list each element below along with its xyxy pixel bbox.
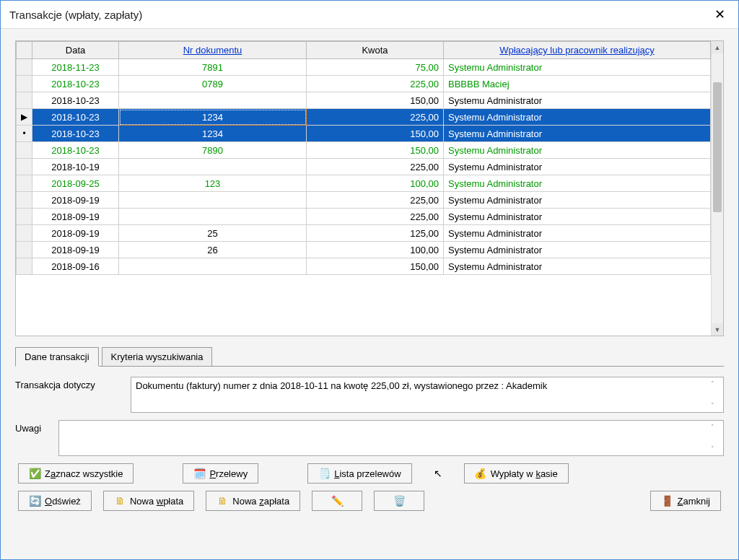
table-row[interactable]: 2018-09-19225,00Systemu Administrator (17, 192, 711, 209)
transfers-button[interactable]: 🗓️ Przelewy (183, 463, 258, 484)
table-row[interactable]: 2018-10-237890150,00Systemu Administrato… (17, 142, 711, 159)
spin-down-icon[interactable]: ˅ (707, 445, 719, 452)
row-indicator (17, 209, 32, 225)
cell-date: 2018-09-19 (32, 192, 119, 209)
grid-header-row: Data Nr dokumentu Kwota Wpłacający lub p… (17, 42, 711, 59)
grid-header-indicator (17, 42, 32, 59)
cell-date: 2018-10-23 (32, 142, 119, 159)
cell-amount: 100,00 (307, 175, 444, 192)
cell-payer: Systemu Administrator (444, 92, 711, 109)
grid-header-date[interactable]: Data (32, 42, 119, 59)
cell-amount: 225,00 (307, 159, 444, 175)
door-icon: 🚪 (661, 495, 673, 507)
cell-doc: 0789 (119, 76, 307, 92)
table-row[interactable]: 2018-10-230789225,00BBBBB Maciej (17, 76, 711, 92)
cell-payer: Systemu Administrator (444, 175, 711, 192)
cell-payer: Systemu Administrator (444, 142, 711, 159)
spin-down-icon[interactable]: ˅ (707, 402, 719, 409)
table-row[interactable]: 2018-10-19225,00Systemu Administrator (17, 159, 711, 175)
cell-date: 2018-10-23 (32, 76, 119, 92)
cell-payer: Systemu Administrator (444, 109, 711, 126)
cell-date: 2018-11-23 (32, 59, 119, 76)
scroll-thumb[interactable] (713, 82, 722, 212)
trash-icon: 🗑️ (393, 495, 405, 507)
cursor-icon: ↖ (432, 468, 444, 479)
grid-header-doc[interactable]: Nr dokumentu (119, 42, 307, 59)
table-row[interactable]: ▶2018-10-231234225,00Systemu Administrat… (17, 109, 711, 126)
tab-dane-transakcji[interactable]: Dane transakcji (15, 347, 99, 367)
cash-payouts-button[interactable]: 💰 Wypłaty w kasie (464, 463, 569, 484)
cell-amount: 150,00 (307, 126, 444, 142)
field-dotyczy[interactable]: Dokumentu (faktury) numer z dnia 2018-10… (131, 377, 724, 413)
grid-scrollbar[interactable]: ▲ ▼ (711, 41, 723, 336)
cell-doc (119, 209, 307, 225)
row-indicator: ▶ (17, 109, 32, 126)
table-row[interactable]: 2018-09-16150,00Systemu Administrator (17, 258, 711, 275)
cell-payer: Systemu Administrator (444, 126, 711, 142)
calendar-icon: 🗓️ (193, 468, 205, 479)
cell-doc: 7890 (119, 142, 307, 159)
table-row[interactable]: 2018-09-25123100,00Systemu Administrator (17, 175, 711, 192)
cell-date: 2018-09-25 (32, 175, 119, 192)
row-indicator (17, 225, 32, 242)
cell-amount: 125,00 (307, 225, 444, 242)
grid-header-payer[interactable]: Wpłacający lub pracownik realizujący (444, 42, 711, 59)
cell-doc: 1234 (119, 126, 307, 142)
table-row[interactable]: 2018-09-1926100,00Systemu Administrator (17, 242, 711, 258)
cell-payer: Systemu Administrator (444, 242, 711, 258)
row-indicator (17, 175, 32, 192)
tab-kryteria[interactable]: Kryteria wyszukiwania (102, 347, 213, 367)
grid-header-amount[interactable]: Kwota (307, 42, 444, 59)
field-uwagi[interactable]: ˄ ˅ (58, 420, 724, 456)
cell-date: 2018-09-19 (32, 225, 119, 242)
table-row[interactable]: 2018-09-1925125,00Systemu Administrator (17, 225, 711, 242)
row-indicator (17, 76, 32, 92)
new-doc-icon: 🗎 (217, 495, 228, 507)
content-area: Data Nr dokumentu Kwota Wpłacający lub p… (1, 29, 738, 559)
delete-button[interactable]: 🗑️ (374, 491, 424, 511)
cell-amount: 150,00 (307, 142, 444, 159)
cell-amount: 225,00 (307, 209, 444, 225)
cell-doc: 7891 (119, 59, 307, 76)
cell-amount: 150,00 (307, 92, 444, 109)
transfers-list-button[interactable]: 🗒️ Lista przelewów (307, 463, 412, 484)
cell-date: 2018-10-23 (32, 92, 119, 109)
cell-payer: Systemu Administrator (444, 159, 711, 175)
cell-doc: 123 (119, 175, 307, 192)
table-row[interactable]: 2018-10-23150,00Systemu Administrator (17, 92, 711, 109)
spin-up-icon[interactable]: ˄ (707, 380, 719, 388)
transactions-grid: Data Nr dokumentu Kwota Wpłacający lub p… (15, 40, 724, 336)
label-dotyczy: Transakcja dotyczy (15, 377, 131, 390)
edit-icon: ✏️ (331, 495, 343, 507)
scroll-down-icon[interactable]: ▼ (712, 323, 723, 336)
row-indicator (17, 92, 32, 109)
edit-button[interactable]: ✏️ (312, 491, 362, 511)
refresh-button[interactable]: 🔄 Odśwież (18, 491, 92, 511)
cell-amount: 225,00 (307, 192, 444, 209)
spin-up-icon[interactable]: ˄ (707, 424, 719, 431)
cell-date: 2018-09-19 (32, 242, 119, 258)
cell-amount: 150,00 (307, 258, 444, 275)
new-payment-button[interactable]: 🗎 Nowa zapłata (206, 491, 300, 511)
cell-doc: 26 (119, 242, 307, 258)
titlebar: Transakcje (wpłaty, zapłaty) ✕ (1, 1, 738, 29)
cell-payer: BBBBB Maciej (444, 76, 711, 92)
close-button[interactable]: 🚪 Zamknij (650, 491, 721, 511)
cell-date: 2018-10-23 (32, 109, 119, 126)
select-all-icon: ✅ (29, 468, 40, 479)
close-icon[interactable]: ✕ (710, 6, 730, 22)
scroll-up-icon[interactable]: ▲ (712, 41, 723, 53)
cell-date: 2018-09-19 (32, 209, 119, 225)
cell-amount: 225,00 (307, 76, 444, 92)
new-deposit-button[interactable]: 🗎 Nowa wpłata (103, 491, 194, 511)
cell-date: 2018-09-16 (32, 258, 119, 275)
row-indicator (17, 242, 32, 258)
cell-amount: 100,00 (307, 242, 444, 258)
select-all-button[interactable]: ✅ Zaznacz wszystkie (18, 463, 134, 484)
table-row[interactable]: 2018-11-23789175,00Systemu Administrator (17, 59, 711, 76)
table-row[interactable]: •2018-10-231234150,00Systemu Administrat… (17, 126, 711, 142)
cell-payer: Systemu Administrator (444, 192, 711, 209)
table-row[interactable]: 2018-09-19225,00Systemu Administrator (17, 209, 711, 225)
cell-amount: 75,00 (307, 59, 444, 76)
row-indicator: • (17, 126, 32, 142)
